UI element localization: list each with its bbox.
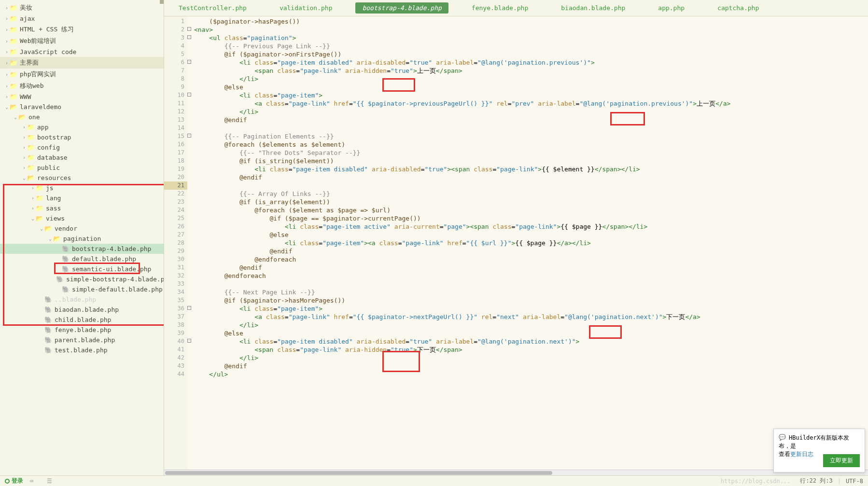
tree-file[interactable]: 🐘 simple-bootstrap-4.blade.php (0, 274, 164, 284)
tree-folder[interactable]: › HTML + CSS 练习 (0, 24, 164, 35)
tree-item-label: semantic-ui.blade.php (72, 265, 151, 273)
tree-file[interactable]: 🐘 parent.blade.php (0, 335, 164, 345)
php-file-icon: 🐘 (44, 316, 52, 323)
editor-tab[interactable]: biaodan.blade.php (551, 1, 635, 15)
update-now-button[interactable]: 立即更新 (823, 454, 860, 467)
tree-item-label: database (37, 154, 68, 161)
editor-tab[interactable]: TestController.php (169, 1, 256, 15)
tree-folder[interactable]: › bootstrap (0, 132, 164, 142)
tree-folder-active[interactable]: › 主界面 (0, 57, 164, 69)
folder-open-icon (18, 113, 26, 121)
editor-tab[interactable]: fenye.blade.php (462, 1, 538, 15)
tree-folder[interactable]: › Web前端培训 (0, 35, 164, 47)
tree-folder[interactable]: › ajax (0, 14, 164, 24)
tree-folder[interactable]: › JavaScript code (0, 47, 164, 57)
tree-folder[interactable]: › lang (0, 193, 164, 203)
terminal-icon[interactable]: ⌨ (30, 478, 33, 485)
tree-folder-pagination[interactable]: ⌄ pagination (0, 234, 164, 244)
tree-item-label: simple-default.blade.php (72, 286, 163, 293)
tree-folder-one[interactable]: ⌄ one (0, 112, 164, 122)
user-icon (5, 479, 10, 484)
editor-tab[interactable]: validation.php (270, 1, 342, 15)
chevron-down-icon: ⌄ (21, 175, 27, 181)
tree-item-label: php官网实训 (20, 70, 56, 79)
folder-open-icon (44, 225, 52, 232)
tree-item-label: 移动web (20, 82, 43, 90)
folder-icon (10, 93, 17, 100)
file-explorer[interactable]: › 美妆 › ajax › HTML + CSS 练习 › Web前端培训 › … (0, 0, 164, 475)
editor-tab[interactable]: bootstrap-4.blade.php (355, 2, 448, 14)
chevron-down-icon: ⌄ (47, 236, 53, 241)
chevron-right-icon: › (30, 195, 36, 201)
sidebar-resize-handle[interactable] (160, 0, 164, 4)
tree-folder[interactable]: › WWW (0, 92, 164, 102)
chevron-right-icon: › (21, 155, 27, 160)
tree-file[interactable]: 🐘 biaodan.blade.php (0, 305, 164, 315)
line-gutter: 12-3-456-78910-1112131415-16171819202122… (164, 16, 187, 470)
tree-folder-laraveldemo[interactable]: ⌄ laraveldemo (0, 102, 164, 112)
tree-folder[interactable]: › 移动web (0, 80, 164, 92)
tree-item-label: ..blade.php (55, 296, 96, 303)
folder-icon (27, 124, 35, 131)
php-file-icon: 🐘 (56, 276, 64, 283)
tree-folder-resources[interactable]: ⌄ resources (0, 173, 164, 183)
login-button[interactable]: 登录 (12, 477, 23, 485)
folder-icon (10, 26, 17, 33)
chevron-right-icon: › (4, 94, 10, 99)
tree-item-label: sass (46, 205, 61, 212)
tree-folder[interactable]: › database (0, 153, 164, 163)
code-editor[interactable]: 12-3-456-78910-1112131415-16171819202122… (164, 16, 868, 470)
tree-item-label: test.blade.php (55, 347, 108, 354)
folder-icon (27, 154, 35, 161)
tree-item-label: default.blade.php (72, 255, 136, 263)
tree-item-label: views (46, 215, 65, 222)
chevron-right-icon: › (4, 16, 10, 21)
tree-item-label: simple-bootstrap-4.blade.php (66, 276, 164, 283)
folder-open-icon (36, 215, 43, 222)
tree-item-label: bootstrap (37, 134, 71, 141)
tree-folder[interactable]: › app (0, 122, 164, 132)
message-icon: 💬 (779, 434, 786, 441)
php-file-icon: 🐘 (62, 265, 70, 273)
tree-folder[interactable]: › js (0, 183, 164, 193)
folder-open-icon (10, 103, 17, 111)
chevron-right-icon: › (4, 83, 10, 89)
tree-item-label: parent.blade.php (55, 336, 115, 344)
tree-folder[interactable]: › php官网实训 (0, 69, 164, 80)
folder-icon (10, 59, 17, 67)
tree-item-label: Web前端培训 (20, 37, 56, 45)
tree-folder-views[interactable]: ⌄ views (0, 213, 164, 223)
tree-file[interactable]: 🐘 fenye.blade.php (0, 325, 164, 335)
list-icon[interactable]: ☰ (47, 478, 52, 485)
editor-tab[interactable]: app.php (648, 1, 694, 15)
tree-folder[interactable]: › 美妆 (0, 2, 164, 14)
php-file-icon: 🐘 (62, 255, 70, 263)
tree-item-label: fenye.blade.php (55, 326, 111, 333)
chevron-down-icon: ⌄ (30, 216, 36, 221)
php-file-icon: 🐘 (44, 336, 52, 344)
tree-file[interactable]: 🐘 semantic-ui.blade.php (0, 264, 164, 274)
encoding-label[interactable]: UTF-8 (846, 478, 863, 485)
tree-folder[interactable]: › public (0, 163, 164, 173)
tree-file[interactable]: 🐘 simple-default.blade.php (0, 284, 164, 294)
chevron-right-icon: › (4, 60, 10, 66)
tree-folder[interactable]: › config (0, 142, 164, 153)
tree-folder-vendor[interactable]: ⌄ vendor (0, 223, 164, 234)
changelog-link[interactable]: 更新日志 (790, 451, 813, 458)
horizontal-scrollbar[interactable] (164, 470, 868, 475)
tree-item-label: biaodan.blade.php (55, 306, 119, 313)
tree-file[interactable]: 🐘 test.blade.php (0, 345, 164, 355)
php-file-icon: 🐘 (44, 306, 52, 313)
tree-folder[interactable]: › sass (0, 203, 164, 213)
php-file-icon: 🐘 (62, 286, 70, 293)
tree-file[interactable]: 🐘 default.blade.php (0, 254, 164, 264)
code-content[interactable]: ($paginator->hasPages())<nav> <ul class=… (187, 16, 868, 470)
tree-file[interactable]: 🐘 bootstrap-4.blade.php (0, 244, 164, 254)
tree-file-hidden[interactable]: 🐘 ..blade.php (0, 294, 164, 305)
editor-tab[interactable]: captcha.php (708, 1, 769, 15)
folder-icon (27, 134, 35, 141)
status-bar: 登录 ⌨ ☰ https://blog.csdn... 行:22 列:3 | U… (0, 475, 868, 486)
tree-file[interactable]: 🐘 child.blade.php (0, 315, 164, 325)
editor-tabs: TestController.phpvalidation.phpbootstra… (164, 0, 868, 16)
chevron-right-icon: › (21, 165, 27, 170)
